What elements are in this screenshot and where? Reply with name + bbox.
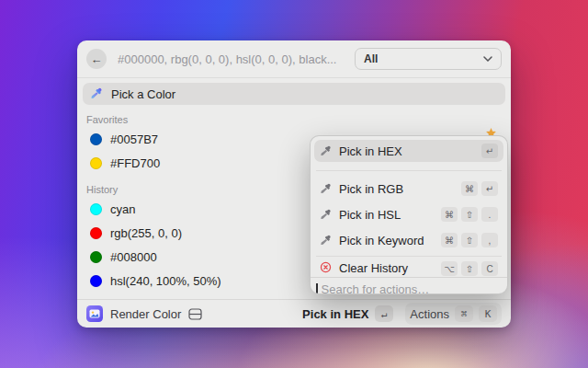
menu-item-pick-in-keyword[interactable]: Pick in Keyword ⌘ ⇧ , xyxy=(314,229,503,251)
filter-dropdown[interactable]: All xyxy=(355,48,502,70)
chevron-down-icon xyxy=(483,56,492,62)
favorite-label: #FFD700 xyxy=(110,156,160,170)
color-swatch xyxy=(90,203,102,215)
history-label: #008000 xyxy=(110,250,157,264)
eyedropper-icon xyxy=(320,235,332,247)
footer: Render Color Pick in HEX ↵ Actions ⌘ K xyxy=(77,299,511,328)
eyedropper-icon xyxy=(320,183,332,195)
clear-circle-x-icon xyxy=(320,261,332,273)
window-mode-icon xyxy=(188,308,202,320)
key-badge: , xyxy=(481,233,498,247)
key-badge: ⌘ xyxy=(441,207,458,222)
actions-button-label: Actions xyxy=(410,307,449,321)
history-label: hsl(240, 100%, 50%) xyxy=(110,274,221,288)
actions-menu: Pick in HEX ↵ Pick in RGB ⌘ ↵ xyxy=(310,135,508,294)
color-picker-window: ← All Pick a Color Favorites xyxy=(77,40,511,328)
history-label: cyan xyxy=(110,202,135,216)
header: ← All xyxy=(77,40,511,77)
search-input[interactable] xyxy=(116,52,355,67)
color-swatch xyxy=(90,227,102,239)
key-badge: ⇧ xyxy=(461,233,478,247)
color-swatch xyxy=(90,251,102,263)
eyedropper-icon xyxy=(320,145,332,157)
key-badge: K xyxy=(479,305,497,322)
color-swatch xyxy=(90,157,102,169)
menu-item-label: Clear History xyxy=(339,261,434,276)
back-arrow-icon: ← xyxy=(91,52,103,66)
history-label: rgb(255, 0, 0) xyxy=(110,226,182,240)
pick-a-color-label: Pick a Color xyxy=(111,87,175,101)
menu-divider xyxy=(316,170,502,171)
key-badge: ⌘ xyxy=(461,181,478,196)
actions-search xyxy=(311,277,507,294)
menu-item-label: Pick in HSL xyxy=(339,208,434,222)
extension-icon xyxy=(86,305,103,322)
key-badge: ⇧ xyxy=(461,207,478,222)
key-badge: C xyxy=(481,261,498,276)
menu-item-pick-in-hsl[interactable]: Pick in HSL ⌘ ⇧ . xyxy=(314,203,503,225)
footer-actions: Pick in HEX ↵ Actions ⌘ K xyxy=(302,303,502,325)
eyedropper-icon xyxy=(90,87,103,100)
menu-item-pick-in-rgb[interactable]: Pick in RGB ⌘ ↵ xyxy=(314,178,503,200)
color-swatch xyxy=(90,133,102,145)
eyedropper-icon xyxy=(320,209,332,221)
actions-button[interactable]: Actions ⌘ K xyxy=(405,303,502,325)
menu-divider xyxy=(316,256,502,257)
actions-search-input[interactable] xyxy=(320,282,503,295)
menu-item-label: Pick in HEX xyxy=(339,144,474,158)
color-swatch xyxy=(90,275,102,287)
menu-item-pick-in-hex[interactable]: Pick in HEX ↵ xyxy=(314,140,503,162)
key-badge: ↵ xyxy=(481,144,498,158)
key-badge: ⌘ xyxy=(455,305,473,322)
key-badge: ⌥ xyxy=(441,261,458,276)
key-badge: ⌘ xyxy=(441,233,458,247)
menu-item-label: Pick in RGB xyxy=(339,182,454,196)
command-name: Render Color xyxy=(110,307,181,321)
filter-dropdown-value: All xyxy=(364,52,483,65)
desktop-background: ← All Pick a Color Favorites xyxy=(0,0,588,368)
key-badge: . xyxy=(481,207,498,222)
menu-item-clear-history[interactable]: Clear History ⌥ ⇧ C xyxy=(314,260,503,277)
menu-item-label: Pick in Keyword xyxy=(339,234,434,247)
key-badge: ↵ xyxy=(375,305,393,322)
favorite-label: #0057B7 xyxy=(110,132,158,146)
back-button[interactable]: ← xyxy=(86,49,107,69)
key-badge: ⇧ xyxy=(461,261,478,276)
list-item-pick-a-color[interactable]: Pick a Color xyxy=(83,83,505,105)
section-title-favorites: Favorites xyxy=(86,114,502,125)
key-badge: ↵ xyxy=(481,181,498,196)
primary-action-label[interactable]: Pick in HEX xyxy=(302,307,368,321)
text-cursor xyxy=(316,283,318,295)
header-divider xyxy=(77,77,511,78)
